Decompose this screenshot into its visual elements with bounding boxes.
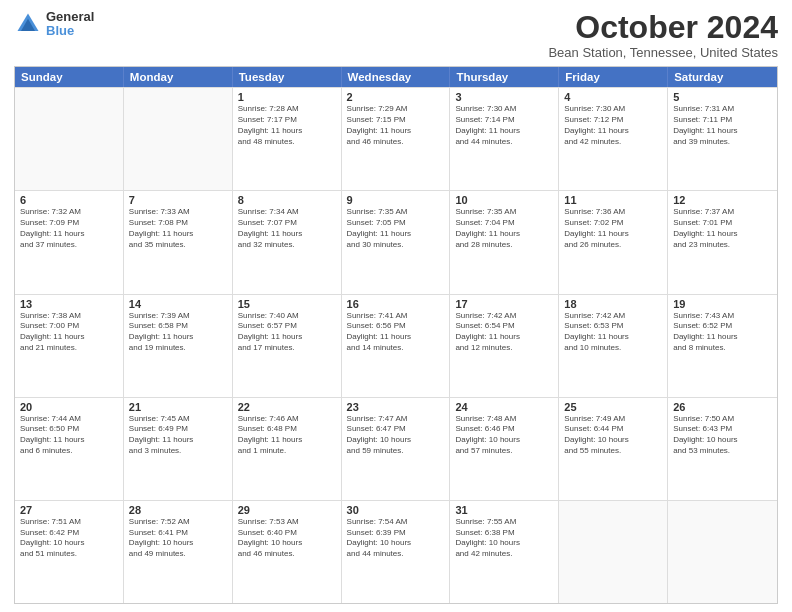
calendar-header: SundayMondayTuesdayWednesdayThursdayFrid…	[15, 67, 777, 87]
day-header-wednesday: Wednesday	[342, 67, 451, 87]
cell-day-number: 17	[455, 298, 553, 310]
day-header-monday: Monday	[124, 67, 233, 87]
calendar-cell-empty	[668, 501, 777, 603]
calendar-cell-6: 6Sunrise: 7:32 AM Sunset: 7:09 PM Daylig…	[15, 191, 124, 293]
cell-info: Sunrise: 7:33 AM Sunset: 7:08 PM Dayligh…	[129, 207, 227, 250]
cell-info: Sunrise: 7:42 AM Sunset: 6:53 PM Dayligh…	[564, 311, 662, 354]
cell-day-number: 30	[347, 504, 445, 516]
calendar-row-3: 20Sunrise: 7:44 AM Sunset: 6:50 PM Dayli…	[15, 397, 777, 500]
calendar-cell-30: 30Sunrise: 7:54 AM Sunset: 6:39 PM Dayli…	[342, 501, 451, 603]
calendar-cell-20: 20Sunrise: 7:44 AM Sunset: 6:50 PM Dayli…	[15, 398, 124, 500]
calendar-cell-16: 16Sunrise: 7:41 AM Sunset: 6:56 PM Dayli…	[342, 295, 451, 397]
cell-day-number: 9	[347, 194, 445, 206]
cell-day-number: 21	[129, 401, 227, 413]
calendar-cell-11: 11Sunrise: 7:36 AM Sunset: 7:02 PM Dayli…	[559, 191, 668, 293]
calendar-cell-empty	[15, 88, 124, 190]
calendar-cell-21: 21Sunrise: 7:45 AM Sunset: 6:49 PM Dayli…	[124, 398, 233, 500]
calendar-cell-27: 27Sunrise: 7:51 AM Sunset: 6:42 PM Dayli…	[15, 501, 124, 603]
cell-info: Sunrise: 7:36 AM Sunset: 7:02 PM Dayligh…	[564, 207, 662, 250]
cell-info: Sunrise: 7:29 AM Sunset: 7:15 PM Dayligh…	[347, 104, 445, 147]
calendar-cell-7: 7Sunrise: 7:33 AM Sunset: 7:08 PM Daylig…	[124, 191, 233, 293]
cell-info: Sunrise: 7:38 AM Sunset: 7:00 PM Dayligh…	[20, 311, 118, 354]
page: General Blue October 2024 Bean Station, …	[0, 0, 792, 612]
cell-info: Sunrise: 7:30 AM Sunset: 7:14 PM Dayligh…	[455, 104, 553, 147]
cell-day-number: 13	[20, 298, 118, 310]
cell-info: Sunrise: 7:55 AM Sunset: 6:38 PM Dayligh…	[455, 517, 553, 560]
calendar-cell-2: 2Sunrise: 7:29 AM Sunset: 7:15 PM Daylig…	[342, 88, 451, 190]
cell-day-number: 20	[20, 401, 118, 413]
cell-info: Sunrise: 7:48 AM Sunset: 6:46 PM Dayligh…	[455, 414, 553, 457]
calendar-cell-22: 22Sunrise: 7:46 AM Sunset: 6:48 PM Dayli…	[233, 398, 342, 500]
cell-day-number: 16	[347, 298, 445, 310]
cell-day-number: 23	[347, 401, 445, 413]
logo-icon	[14, 10, 42, 38]
cell-day-number: 12	[673, 194, 772, 206]
cell-info: Sunrise: 7:34 AM Sunset: 7:07 PM Dayligh…	[238, 207, 336, 250]
calendar-cell-12: 12Sunrise: 7:37 AM Sunset: 7:01 PM Dayli…	[668, 191, 777, 293]
cell-day-number: 8	[238, 194, 336, 206]
calendar-cell-26: 26Sunrise: 7:50 AM Sunset: 6:43 PM Dayli…	[668, 398, 777, 500]
cell-info: Sunrise: 7:54 AM Sunset: 6:39 PM Dayligh…	[347, 517, 445, 560]
cell-info: Sunrise: 7:43 AM Sunset: 6:52 PM Dayligh…	[673, 311, 772, 354]
calendar-cell-28: 28Sunrise: 7:52 AM Sunset: 6:41 PM Dayli…	[124, 501, 233, 603]
calendar-cell-19: 19Sunrise: 7:43 AM Sunset: 6:52 PM Dayli…	[668, 295, 777, 397]
calendar-row-0: 1Sunrise: 7:28 AM Sunset: 7:17 PM Daylig…	[15, 87, 777, 190]
calendar-cell-8: 8Sunrise: 7:34 AM Sunset: 7:07 PM Daylig…	[233, 191, 342, 293]
cell-day-number: 11	[564, 194, 662, 206]
calendar-cell-1: 1Sunrise: 7:28 AM Sunset: 7:17 PM Daylig…	[233, 88, 342, 190]
calendar-cell-14: 14Sunrise: 7:39 AM Sunset: 6:58 PM Dayli…	[124, 295, 233, 397]
day-header-friday: Friday	[559, 67, 668, 87]
calendar-cell-empty	[559, 501, 668, 603]
calendar-cell-24: 24Sunrise: 7:48 AM Sunset: 6:46 PM Dayli…	[450, 398, 559, 500]
calendar-cell-25: 25Sunrise: 7:49 AM Sunset: 6:44 PM Dayli…	[559, 398, 668, 500]
cell-info: Sunrise: 7:35 AM Sunset: 7:05 PM Dayligh…	[347, 207, 445, 250]
cell-day-number: 4	[564, 91, 662, 103]
header: General Blue October 2024 Bean Station, …	[14, 10, 778, 60]
cell-day-number: 3	[455, 91, 553, 103]
logo: General Blue	[14, 10, 94, 39]
cell-day-number: 7	[129, 194, 227, 206]
day-header-thursday: Thursday	[450, 67, 559, 87]
day-header-saturday: Saturday	[668, 67, 777, 87]
calendar-cell-13: 13Sunrise: 7:38 AM Sunset: 7:00 PM Dayli…	[15, 295, 124, 397]
cell-day-number: 5	[673, 91, 772, 103]
calendar-cell-18: 18Sunrise: 7:42 AM Sunset: 6:53 PM Dayli…	[559, 295, 668, 397]
cell-day-number: 1	[238, 91, 336, 103]
calendar-cell-4: 4Sunrise: 7:30 AM Sunset: 7:12 PM Daylig…	[559, 88, 668, 190]
calendar-cell-29: 29Sunrise: 7:53 AM Sunset: 6:40 PM Dayli…	[233, 501, 342, 603]
cell-info: Sunrise: 7:41 AM Sunset: 6:56 PM Dayligh…	[347, 311, 445, 354]
cell-info: Sunrise: 7:39 AM Sunset: 6:58 PM Dayligh…	[129, 311, 227, 354]
cell-info: Sunrise: 7:28 AM Sunset: 7:17 PM Dayligh…	[238, 104, 336, 147]
cell-day-number: 31	[455, 504, 553, 516]
cell-info: Sunrise: 7:49 AM Sunset: 6:44 PM Dayligh…	[564, 414, 662, 457]
calendar-cell-15: 15Sunrise: 7:40 AM Sunset: 6:57 PM Dayli…	[233, 295, 342, 397]
cell-info: Sunrise: 7:37 AM Sunset: 7:01 PM Dayligh…	[673, 207, 772, 250]
cell-day-number: 26	[673, 401, 772, 413]
calendar-cell-9: 9Sunrise: 7:35 AM Sunset: 7:05 PM Daylig…	[342, 191, 451, 293]
cell-info: Sunrise: 7:40 AM Sunset: 6:57 PM Dayligh…	[238, 311, 336, 354]
logo-text: General Blue	[46, 10, 94, 39]
cell-day-number: 6	[20, 194, 118, 206]
cell-info: Sunrise: 7:46 AM Sunset: 6:48 PM Dayligh…	[238, 414, 336, 457]
location: Bean Station, Tennessee, United States	[548, 45, 778, 60]
logo-line2: Blue	[46, 24, 94, 38]
cell-info: Sunrise: 7:32 AM Sunset: 7:09 PM Dayligh…	[20, 207, 118, 250]
cell-day-number: 22	[238, 401, 336, 413]
day-header-tuesday: Tuesday	[233, 67, 342, 87]
calendar-cell-empty	[124, 88, 233, 190]
cell-day-number: 29	[238, 504, 336, 516]
day-header-sunday: Sunday	[15, 67, 124, 87]
cell-info: Sunrise: 7:51 AM Sunset: 6:42 PM Dayligh…	[20, 517, 118, 560]
month-title: October 2024	[548, 10, 778, 45]
calendar-body: 1Sunrise: 7:28 AM Sunset: 7:17 PM Daylig…	[15, 87, 777, 603]
cell-info: Sunrise: 7:53 AM Sunset: 6:40 PM Dayligh…	[238, 517, 336, 560]
calendar-row-2: 13Sunrise: 7:38 AM Sunset: 7:00 PM Dayli…	[15, 294, 777, 397]
cell-day-number: 19	[673, 298, 772, 310]
calendar-row-1: 6Sunrise: 7:32 AM Sunset: 7:09 PM Daylig…	[15, 190, 777, 293]
calendar-cell-31: 31Sunrise: 7:55 AM Sunset: 6:38 PM Dayli…	[450, 501, 559, 603]
cell-info: Sunrise: 7:50 AM Sunset: 6:43 PM Dayligh…	[673, 414, 772, 457]
calendar: SundayMondayTuesdayWednesdayThursdayFrid…	[14, 66, 778, 604]
cell-info: Sunrise: 7:44 AM Sunset: 6:50 PM Dayligh…	[20, 414, 118, 457]
calendar-cell-17: 17Sunrise: 7:42 AM Sunset: 6:54 PM Dayli…	[450, 295, 559, 397]
cell-day-number: 10	[455, 194, 553, 206]
